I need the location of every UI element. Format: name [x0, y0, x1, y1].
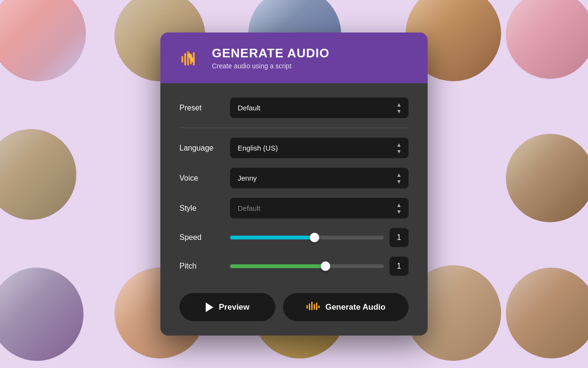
bg-circle-7 — [506, 134, 588, 222]
voice-select[interactable]: Jenny Guy Aria Davis — [230, 168, 409, 188]
generate-audio-modal: GENERATE AUDIO Create audio using a scri… — [160, 32, 428, 336]
pitch-slider-row: 1 — [230, 257, 409, 276]
preview-label: Preview — [219, 303, 250, 312]
generate-audio-button[interactable]: Generate Audio — [283, 293, 409, 321]
language-control: English (US) English (UK) Spanish French… — [230, 138, 409, 158]
voice-row: Voice Jenny Guy Aria Davis ▲ ▼ — [179, 168, 409, 188]
divider-1 — [179, 128, 409, 128]
svg-rect-1 — [184, 53, 186, 65]
generate-icon-svg — [306, 301, 320, 311]
speed-slider-track[interactable] — [230, 236, 384, 239]
bg-circle-12 — [506, 268, 588, 358]
voice-control: Jenny Guy Aria Davis ▲ ▼ — [230, 168, 409, 188]
modal-body: Preset Default News Conversational Custo… — [160, 83, 428, 293]
play-icon — [206, 303, 213, 312]
preset-label: Preset — [179, 104, 222, 112]
svg-rect-0 — [181, 56, 183, 63]
bg-circle-5 — [506, 0, 588, 79]
pitch-slider-track[interactable] — [230, 264, 384, 268]
header-text: GENERATE AUDIO Create audio using a scri… — [212, 46, 330, 70]
style-select[interactable]: Default — [230, 198, 409, 218]
header-icon-wrap — [179, 46, 202, 69]
pitch-control: 1 — [230, 257, 409, 276]
voice-label: Voice — [179, 174, 222, 183]
generate-waveform-icon — [306, 301, 320, 314]
generate-label: Generate Audio — [326, 303, 386, 312]
language-select[interactable]: English (US) English (UK) Spanish French… — [230, 138, 409, 158]
modal-subtitle: Create audio using a script — [212, 62, 330, 70]
modal-footer: Preview Generate Audio — [160, 293, 428, 336]
style-select-wrapper: Default ▲ ▼ — [230, 198, 409, 218]
speed-slider-thumb[interactable] — [310, 233, 319, 242]
style-label: Style — [179, 204, 222, 213]
language-row: Language English (US) English (UK) Spani… — [179, 138, 409, 158]
svg-rect-13 — [318, 305, 320, 308]
bg-circle-6 — [0, 129, 76, 220]
svg-rect-8 — [306, 305, 308, 309]
bg-circle-1 — [0, 0, 86, 81]
speed-control: 1 — [230, 228, 409, 247]
svg-rect-9 — [309, 303, 310, 310]
pitch-value: 1 — [389, 257, 409, 276]
language-select-wrapper: English (US) English (UK) Spanish French… — [230, 138, 409, 158]
svg-rect-12 — [316, 303, 317, 310]
voice-select-wrapper: Jenny Guy Aria Davis ▲ ▼ — [230, 168, 409, 188]
preset-row: Preset Default News Conversational Custo… — [179, 97, 409, 118]
preview-button[interactable]: Preview — [179, 293, 275, 321]
speed-label: Speed — [179, 233, 222, 242]
pitch-row: Pitch 1 — [179, 257, 409, 276]
language-label: Language — [179, 144, 222, 152]
pitch-slider-thumb[interactable] — [321, 261, 330, 271]
style-row: Style Default ▲ ▼ — [179, 198, 409, 218]
pitch-label: Pitch — [179, 262, 222, 271]
speed-value: 1 — [389, 228, 409, 247]
svg-rect-11 — [314, 304, 315, 310]
preset-control: Default News Conversational Custom ▲ ▼ — [230, 97, 409, 118]
speed-row: Speed 1 — [179, 228, 409, 247]
speed-slider-row: 1 — [230, 228, 409, 247]
style-control: Default ▲ ▼ — [230, 198, 409, 218]
svg-rect-10 — [311, 302, 313, 310]
preset-select-wrapper: Default News Conversational Custom ▲ ▼ — [230, 97, 409, 118]
preset-select[interactable]: Default News Conversational Custom — [230, 97, 409, 118]
modal-title: GENERATE AUDIO — [212, 46, 330, 61]
waveform-pencil-icon — [180, 47, 201, 68]
modal-header: GENERATE AUDIO Create audio using a scri… — [160, 32, 428, 83]
bg-circle-8 — [0, 268, 84, 361]
